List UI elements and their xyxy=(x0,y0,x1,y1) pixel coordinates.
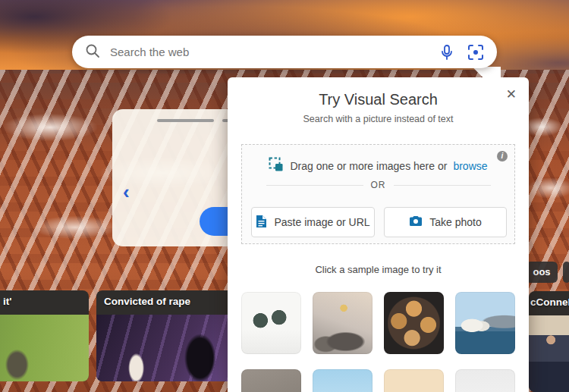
take-photo-label: Take photo xyxy=(429,216,482,228)
carousel-indicator[interactable] xyxy=(157,119,214,122)
news-image-politicians xyxy=(529,315,569,392)
divider-line xyxy=(394,185,491,186)
info-icon[interactable]: i xyxy=(497,151,508,162)
sample-image-dogs[interactable] xyxy=(384,369,444,392)
take-photo-button[interactable]: Take photo xyxy=(384,207,507,237)
or-label: OR xyxy=(371,180,386,190)
paste-image-label: Paste image or URL xyxy=(274,216,369,228)
news-title: it' xyxy=(3,296,11,307)
news-card-soldiers[interactable]: it' xyxy=(0,290,89,381)
sample-image-interior[interactable] xyxy=(313,292,373,354)
news-title: Convicted of rape xyxy=(104,296,190,307)
sample-image-flower[interactable] xyxy=(241,369,301,392)
samples-heading: Click a sample image to try it xyxy=(228,264,529,275)
topic-tag[interactable]: oos xyxy=(526,262,558,283)
news-card-mcconnell[interactable]: cConnell: xyxy=(529,291,569,392)
sample-image-sky[interactable] xyxy=(313,369,373,392)
news-image-soldiers xyxy=(0,315,89,381)
sample-image-sunglasses[interactable] xyxy=(241,292,301,354)
bing-homepage: ‹ I am plann September. W are within a 3… xyxy=(0,0,569,392)
drag-instruction-text: Drag one or more images here or xyxy=(290,160,447,172)
topic-tag-fragment[interactable] xyxy=(563,262,569,283)
search-bar[interactable]: Search the web xyxy=(72,36,497,68)
drag-instruction-row: Drag one or more images here or browse xyxy=(242,157,514,174)
chevron-left-icon[interactable]: ‹ xyxy=(123,182,130,202)
image-dropzone[interactable]: Drag one or more images here or browse i… xyxy=(241,144,515,244)
visual-search-icon[interactable] xyxy=(467,43,485,61)
camera-icon xyxy=(409,215,423,229)
sample-image-gray[interactable] xyxy=(455,369,515,392)
search-input[interactable]: Search the web xyxy=(110,45,438,58)
snow-patches-right xyxy=(523,83,569,258)
microphone-icon[interactable] xyxy=(438,43,456,61)
popup-subtitle: Search with a picture instead of text xyxy=(228,114,529,124)
paste-image-button[interactable]: Paste image or URL xyxy=(251,207,375,237)
search-icon xyxy=(85,43,100,61)
or-divider: OR xyxy=(242,180,514,190)
visual-search-popup: ✕ Try Visual Search Search with a pictur… xyxy=(228,77,529,392)
sample-image-sydney[interactable] xyxy=(455,292,515,354)
divider-line xyxy=(266,185,363,186)
sample-image-coffee[interactable] xyxy=(384,292,444,354)
drag-image-icon xyxy=(269,157,284,174)
popup-title: Try Visual Search xyxy=(228,91,529,108)
news-title: cConnell: xyxy=(530,296,569,308)
paste-document-icon xyxy=(256,215,267,230)
browse-link[interactable]: browse xyxy=(453,160,487,172)
